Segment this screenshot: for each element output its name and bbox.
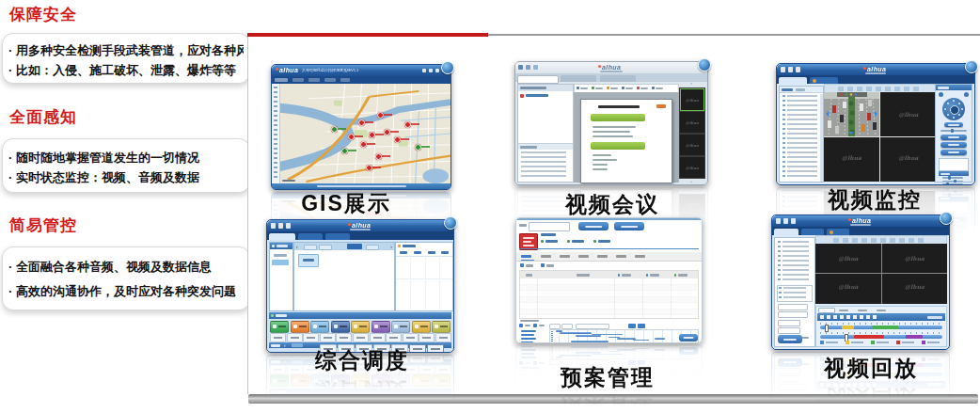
- new-plan-button: [578, 222, 609, 230]
- bullet-item: 高效的沟通协作，及时应对各种突发问题: [8, 279, 244, 304]
- window-icon: [776, 218, 781, 224]
- window-icon: [278, 223, 283, 229]
- playback-grid: @lhua @lhua @lhua @lhua: [815, 244, 947, 304]
- timeline-track: [820, 335, 942, 339]
- window-icon: [781, 67, 785, 72]
- settings-icon: [422, 69, 426, 72]
- map-marker-red: [369, 132, 375, 138]
- checkbox: [593, 240, 596, 243]
- map-marker-red: [348, 134, 355, 140]
- menu-bar: [272, 76, 450, 84]
- gantt-reset-button: [638, 324, 645, 328]
- add-icon: [520, 263, 524, 267]
- playback-left-panel: [774, 237, 815, 347]
- dispatch-action-button: [310, 321, 329, 333]
- record-segment: [854, 335, 883, 339]
- tour-button: [940, 142, 967, 148]
- map-view: [280, 84, 450, 183]
- dahua-logo: alhua: [276, 65, 298, 76]
- confirm-button: [679, 334, 698, 342]
- dispatch-small-button: [287, 333, 303, 342]
- bullet-item: 全面融合各种音频、视频及数据信息: [8, 255, 244, 279]
- time-field: [778, 327, 800, 334]
- ptz-button: [964, 92, 969, 97]
- video-tile: @lhua: [680, 157, 704, 178]
- globe-icon: [698, 58, 711, 71]
- screenshot-dispatch: alhua ‹ ›: [266, 219, 454, 353]
- screenshot-label-gis: GIS展示: [252, 189, 440, 218]
- section-heading-security: 保障安全: [9, 4, 77, 25]
- dispatch-section-header: [269, 312, 451, 319]
- plan-template-button: [614, 222, 644, 230]
- call-tile: [298, 254, 319, 267]
- menu-item: [308, 78, 320, 82]
- window-title: 大华可视化监控指挥调度系统V1.1: [302, 68, 405, 73]
- video-tile-strip: ⌃ @lhua @lhua @lhua @lhua ⌄: [679, 84, 705, 183]
- screenshot-label-playback: 视频回放: [777, 354, 965, 383]
- video-tile: @lhua: [815, 244, 881, 273]
- checkbox: [567, 240, 570, 243]
- ptz-pad: [942, 98, 965, 120]
- legend-item: [896, 341, 919, 344]
- checkbox: [541, 240, 544, 243]
- contact-icon: [520, 94, 524, 98]
- dispatch-small-button: [435, 333, 451, 342]
- window-icon: [526, 65, 530, 70]
- video-tile: @lhua: [680, 135, 704, 155]
- scrollbar: [820, 94, 823, 182]
- titlebar: alhua: [267, 220, 453, 231]
- legend-item: [871, 341, 893, 344]
- tab: [325, 233, 350, 240]
- ptz-panel: [935, 84, 972, 183]
- tab-bar: [772, 227, 949, 235]
- window-icon: [533, 65, 538, 70]
- preset-button: [940, 135, 967, 140]
- gantt-bar: [633, 340, 649, 342]
- date-field: [778, 304, 808, 310]
- plan-table: [519, 270, 699, 319]
- map-marker-red: [375, 153, 382, 160]
- dispatch-small-button: [336, 333, 352, 342]
- tab-icon: [813, 79, 816, 83]
- preset-list: [939, 158, 969, 171]
- map-marker-red: [404, 121, 411, 128]
- record-segment: [872, 326, 899, 329]
- menu-item: [340, 78, 350, 82]
- record-type-legend: [820, 341, 942, 344]
- bottom-bar: [248, 394, 978, 404]
- tab-bar: [777, 75, 974, 84]
- titlebar: alhua: [772, 215, 949, 227]
- map-marker-red: [366, 165, 372, 171]
- video-tile: @lhua: [680, 88, 704, 111]
- menu-item: [275, 78, 288, 82]
- time-field: [778, 320, 800, 326]
- timeline-track: [820, 326, 942, 329]
- task-table-panel: [395, 242, 453, 311]
- member-panel: [269, 242, 293, 311]
- dispatch-action-button: [371, 321, 390, 333]
- call-tabs-panel: ‹ ›: [293, 242, 395, 311]
- dispatch-small-button: [370, 333, 386, 342]
- gray-divider-line: [488, 34, 980, 36]
- titlebar: alhua 大华可视化监控指挥调度系统V1.1: [272, 65, 450, 76]
- gantt-bar: [560, 332, 592, 334]
- presentation-slide: { "slide": { "sidebar": { "sections": [ …: [0, 0, 980, 413]
- active-call-tab: [347, 244, 362, 249]
- search-icon: [435, 69, 439, 72]
- tab-bar: [267, 231, 453, 240]
- plan-tab-strip: [516, 252, 702, 262]
- map-marker-red: [360, 141, 367, 148]
- globe-icon: [441, 61, 454, 74]
- tab-active: [779, 77, 807, 84]
- map-marker-red: [358, 119, 365, 126]
- search-input: [529, 222, 570, 231]
- window-icon: [788, 67, 793, 72]
- screenshot-label-monitor: 视频监控: [781, 185, 969, 214]
- dispatch-action-button: [291, 321, 309, 333]
- video-tile-live: [824, 92, 879, 136]
- dispatch-small-buttons: [270, 333, 450, 342]
- window-icon: [783, 218, 788, 224]
- delete-icon: [541, 263, 545, 267]
- screenshot-label-dispatch: 综合调度: [268, 346, 456, 375]
- gantt-tree: [519, 324, 547, 340]
